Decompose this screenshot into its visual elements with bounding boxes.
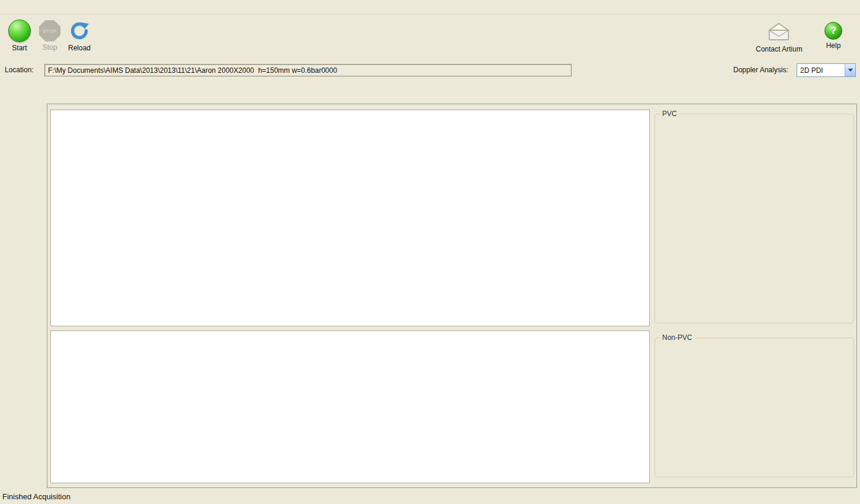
- help-label: Help: [826, 41, 841, 50]
- nonpvc-stats-groupbox: Non-PVC: [654, 338, 854, 477]
- help-button[interactable]: ? Help: [824, 22, 842, 50]
- pvc-groupbox-title: PVC: [660, 110, 679, 118]
- doppler-analysis-select[interactable]: 2D PDI: [797, 63, 856, 77]
- stop-label: Stop: [43, 43, 57, 52]
- reload-icon: [68, 20, 91, 42]
- help-glyph: ?: [830, 25, 836, 37]
- pvc-volume-chart-panel: [50, 110, 650, 326]
- chevron-down-icon: [848, 69, 853, 72]
- stop-badge: STOP: [43, 28, 57, 34]
- help-icon: ?: [824, 22, 842, 40]
- location-input[interactable]: [44, 64, 572, 76]
- location-label: Location:: [5, 66, 34, 74]
- nonpvc-groupbox-title: Non-PVC: [660, 333, 695, 342]
- contact-artium-label: Contact Artium: [756, 45, 803, 53]
- reload-button[interactable]: Reload: [68, 20, 91, 52]
- location-row: Location: Doppler Analysis: 2D PDI: [0, 63, 860, 79]
- stop-button: STOP Stop: [39, 20, 60, 52]
- status-text: Finished Acquisition: [2, 492, 70, 501]
- app-window: Start STOP Stop Reload Cont: [0, 0, 860, 504]
- status-bar: Finished Acquisition: [0, 490, 860, 504]
- reload-label: Reload: [68, 44, 91, 52]
- envelope-icon: [767, 21, 791, 43]
- menu-bar: [0, 0, 860, 14]
- toolbar: Start STOP Stop Reload Cont: [0, 15, 860, 62]
- doppler-analysis-value: 2D PDI: [797, 66, 845, 75]
- nonpvc-volume-chart-panel: [50, 330, 650, 483]
- stop-icon: STOP: [39, 20, 60, 41]
- start-button[interactable]: Start: [8, 20, 31, 52]
- contact-artium-button[interactable]: Contact Artium: [756, 21, 803, 53]
- doppler-analysis-label: Doppler Analysis:: [733, 66, 788, 74]
- start-label: Start: [12, 44, 27, 52]
- dropdown-button[interactable]: [845, 64, 855, 76]
- start-icon: [8, 20, 31, 42]
- pvc-stats-groupbox: PVC: [654, 114, 854, 323]
